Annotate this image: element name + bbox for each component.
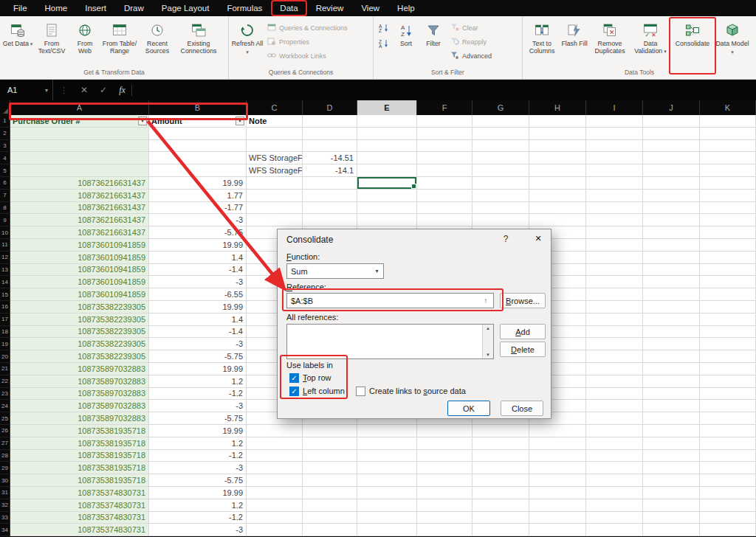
row-header-26[interactable]: 26: [0, 425, 10, 437]
cell-G8[interactable]: [472, 202, 529, 215]
cell-H4[interactable]: [529, 152, 586, 164]
cell-B21[interactable]: 19.99: [149, 363, 247, 375]
cell-E7[interactable]: [357, 190, 417, 202]
cell-A13[interactable]: 108736010941859: [10, 264, 149, 277]
cell-G26[interactable]: [472, 425, 529, 437]
select-all-button[interactable]: [0, 100, 10, 115]
cell-K2[interactable]: [700, 128, 756, 140]
cell-I28[interactable]: [586, 450, 643, 462]
cell-K24[interactable]: [700, 400, 756, 412]
menu-item-help[interactable]: Help: [388, 0, 424, 16]
cell-I2[interactable]: [586, 128, 643, 140]
cell-G2[interactable]: [472, 128, 529, 140]
cell-E32[interactable]: [357, 499, 417, 512]
cell-J34[interactable]: [643, 524, 700, 536]
cell-K23[interactable]: [700, 388, 756, 401]
cell-C26[interactable]: [247, 425, 303, 437]
menu-item-insert[interactable]: Insert: [76, 0, 115, 16]
cell-H3[interactable]: [529, 140, 586, 153]
cell-B27[interactable]: 1.2: [149, 437, 247, 450]
cell-J6[interactable]: [643, 177, 700, 190]
cell-C6[interactable]: [247, 177, 303, 190]
cell-D34[interactable]: [303, 524, 357, 536]
cell-K9[interactable]: [700, 214, 756, 226]
text-to-columns-button[interactable]: Text to Columns: [525, 18, 559, 66]
cell-I33[interactable]: [586, 512, 643, 524]
menu-item-formulas[interactable]: Formulas: [218, 0, 271, 16]
row-header-24[interactable]: 24: [0, 400, 10, 412]
cell-G34[interactable]: [472, 524, 529, 536]
cell-C1[interactable]: Note: [247, 115, 303, 128]
cell-K12[interactable]: [700, 252, 756, 264]
sort-az-button[interactable]: AZ: [377, 21, 391, 35]
name-box[interactable]: A1 ▾: [0, 80, 53, 100]
cell-H9[interactable]: [529, 214, 586, 226]
cell-F31[interactable]: [417, 487, 472, 499]
cell-E30[interactable]: [357, 474, 417, 487]
cell-B1[interactable]: Amount▾: [149, 115, 247, 128]
cell-C29[interactable]: [247, 462, 303, 474]
column-header-E[interactable]: E: [357, 100, 417, 115]
row-header-12[interactable]: 12: [0, 252, 10, 264]
cell-E27[interactable]: [357, 437, 417, 450]
cell-J19[interactable]: [643, 338, 700, 350]
cell-I34[interactable]: [586, 524, 643, 536]
cell-J14[interactable]: [643, 276, 700, 288]
cell-A20[interactable]: 108735382239305: [10, 350, 149, 363]
cell-K15[interactable]: [700, 288, 756, 301]
cell-A14[interactable]: 108736010941859: [10, 276, 149, 288]
row-header-4[interactable]: 4: [0, 152, 10, 164]
cell-K7[interactable]: [700, 190, 756, 202]
cell-F9[interactable]: [417, 214, 472, 226]
cell-J22[interactable]: [643, 375, 700, 388]
cell-A7[interactable]: 108736216631437: [10, 190, 149, 202]
column-header-B[interactable]: B: [149, 100, 247, 115]
cell-C8[interactable]: [247, 202, 303, 215]
cell-I30[interactable]: [586, 474, 643, 487]
cell-J17[interactable]: [643, 313, 700, 326]
cell-A31[interactable]: 108735374830731: [10, 487, 149, 499]
menu-item-home[interactable]: Home: [36, 0, 77, 16]
cell-D3[interactable]: [303, 140, 357, 153]
row-header-30[interactable]: 30: [0, 474, 10, 487]
cell-B5[interactable]: [149, 164, 247, 177]
cell-E29[interactable]: [357, 462, 417, 474]
cell-A29[interactable]: 108735381935718: [10, 462, 149, 474]
row-header-6[interactable]: 6: [0, 177, 10, 190]
from-text-csv-button[interactable]: From Text/CSV: [35, 18, 69, 66]
scroll-up-icon[interactable]: ▲: [486, 326, 490, 330]
cell-J5[interactable]: [643, 164, 700, 177]
cell-I31[interactable]: [586, 487, 643, 499]
cell-J12[interactable]: [643, 252, 700, 264]
cell-J21[interactable]: [643, 363, 700, 375]
row-header-18[interactable]: 18: [0, 326, 10, 339]
column-header-J[interactable]: J: [643, 100, 700, 115]
cell-B12[interactable]: 1.4: [149, 252, 247, 264]
cell-J31[interactable]: [643, 487, 700, 499]
cell-F3[interactable]: [417, 140, 472, 153]
cell-A22[interactable]: 108735897032883: [10, 375, 149, 388]
cell-E3[interactable]: [357, 140, 417, 153]
cell-B9[interactable]: -3: [149, 214, 247, 226]
cell-I18[interactable]: [586, 326, 643, 339]
cell-A21[interactable]: 108735897032883: [10, 363, 149, 375]
refresh-all-button[interactable]: Refresh All: [231, 18, 264, 66]
cell-I17[interactable]: [586, 313, 643, 326]
cell-I8[interactable]: [586, 202, 643, 215]
row-header-16[interactable]: 16: [0, 301, 10, 313]
cell-J2[interactable]: [643, 128, 700, 140]
cell-G6[interactable]: [472, 177, 529, 190]
column-header-I[interactable]: I: [586, 100, 643, 115]
row-header-23[interactable]: 23: [0, 388, 10, 401]
recent-sources-button[interactable]: Recent Sources: [140, 18, 175, 66]
cell-F2[interactable]: [417, 128, 472, 140]
cell-H31[interactable]: [529, 487, 586, 499]
cell-I9[interactable]: [586, 214, 643, 226]
cell-E31[interactable]: [357, 487, 417, 499]
cell-J24[interactable]: [643, 400, 700, 412]
row-header-2[interactable]: 2: [0, 128, 10, 140]
row-header-31[interactable]: 31: [0, 487, 10, 499]
cell-F33[interactable]: [417, 512, 472, 524]
cell-E26[interactable]: [357, 425, 417, 437]
cell-I25[interactable]: [586, 412, 643, 425]
